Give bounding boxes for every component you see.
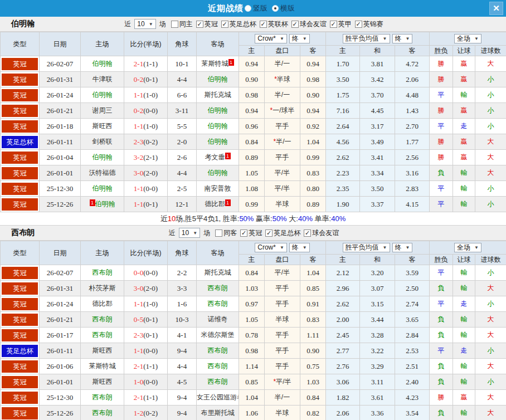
match-date: 26-01-11: [40, 343, 81, 359]
final-odds-dropdown[interactable]: 终▼: [289, 34, 310, 43]
odds-away: 0.98: [300, 72, 326, 87]
dropdown-arrow-icon: ▼: [280, 245, 284, 250]
match-count-dropdown[interactable]: 10▼: [134, 19, 155, 29]
dropdown-arrow-icon: ▼: [406, 36, 410, 41]
handicap: 半/一: [265, 390, 300, 406]
odds-home: 0.96: [239, 119, 265, 134]
match-row: 英冠26-01-17西布朗2-3(0-1)4-1米德尔斯堡0.78平手1.112…: [1, 328, 506, 343]
view-radio-selected[interactable]: [272, 5, 279, 12]
result: 負: [430, 406, 453, 420]
match-date: 26-01-31: [40, 281, 81, 296]
col-header: 客: [300, 255, 326, 265]
odds-home: 1.04: [239, 390, 265, 406]
avg-final-dropdown[interactable]: 终▼: [392, 34, 413, 43]
match-row: 英冠26-01-31朴茨茅斯3-0(2-0)3-3西布朗1.03平手0.852.…: [1, 281, 506, 296]
match-date: 25-12-26: [40, 406, 81, 420]
score: 1-1(0-0): [124, 181, 168, 197]
result: 勝: [430, 134, 453, 150]
avg-home: 2.00: [326, 312, 360, 328]
avg-away: 1.43: [395, 103, 430, 119]
handicap-result: 贏: [453, 390, 475, 406]
handicap: 平手: [265, 343, 300, 359]
check-icon: ✓: [241, 230, 246, 236]
score: 3-0(2-0): [124, 281, 168, 296]
result: 勝: [430, 390, 453, 406]
avg-final-dropdown[interactable]: 终▼: [392, 243, 413, 252]
odds-home: 0.98: [239, 87, 265, 103]
check-icon: ✓: [331, 21, 336, 27]
col-header: 主场: [81, 241, 124, 265]
league-filter-checkbox[interactable]: ✓: [240, 229, 247, 237]
red-card-badge: 1: [225, 153, 231, 159]
handicap-result: 輸: [453, 165, 475, 181]
league-filter-checkbox[interactable]: ✓: [221, 21, 228, 28]
checkbox-label: 英冠: [249, 228, 262, 238]
games-label: 场: [203, 228, 210, 238]
league-filter-checkbox[interactable]: ✓: [260, 21, 267, 28]
goals-over-under: 大: [475, 359, 506, 374]
col-header: 角球: [168, 241, 197, 265]
same-venue-checkbox[interactable]: [171, 21, 178, 28]
summary-segment: 40%: [298, 214, 313, 223]
league-badge: 英冠: [1, 359, 40, 374]
check-icon: ✓: [261, 21, 266, 27]
odds-group-header: 全场▼: [430, 241, 506, 255]
same-venue-checkbox[interactable]: [215, 229, 222, 237]
check-icon: ✓: [305, 230, 310, 236]
summary-row: 近10场,胜5平4负1, 胜率:50% 赢率:50% 大:40% 单率:40%: [0, 212, 506, 226]
scope-dropdown[interactable]: 全场▼: [454, 243, 481, 252]
match-count-dropdown[interactable]: 10▼: [179, 228, 200, 238]
score: 2-1(1-1): [124, 359, 168, 374]
match-row: 英冠26-02-07西布朗0-0(0-0)2-2斯托克城0.84平/半1.042…: [1, 265, 506, 281]
goals-over-under: 大: [475, 328, 506, 343]
avg-away: 4.15: [395, 197, 430, 212]
checkbox-label: 英甲: [338, 19, 352, 29]
match-row: 英冠26-01-01沃特福德3-0(2-0)4-4伯明翰1.05平/半0.832…: [1, 165, 506, 181]
corners: 1-6: [168, 296, 197, 312]
bookmaker-dropdown[interactable]: Crow*▼: [255, 34, 287, 43]
odds-home: 1.08: [239, 181, 265, 197]
league-filter-checkbox[interactable]: ✓: [304, 229, 311, 237]
odds-home: 1.14: [239, 359, 265, 374]
avg-draw: 3.22: [360, 343, 395, 359]
home-team: 西布朗: [81, 328, 124, 343]
corners: 2-5: [168, 181, 197, 197]
view-radio-unselected[interactable]: [245, 5, 251, 12]
final-odds-dropdown[interactable]: 终▼: [289, 243, 310, 252]
home-team: 谢周三: [81, 103, 124, 119]
avg-draw: 3.15: [360, 296, 395, 312]
league-filter-checkbox[interactable]: ✓: [355, 21, 362, 28]
odds-group-header: 胜平负均值▼终▼: [326, 32, 430, 46]
odds-away: 1.04: [300, 265, 326, 281]
results-table: 类型日期主场比分(半场)角球客场Crow*▼终▼胜平负均值▼终▼全场▼主盘口客主…: [0, 32, 506, 212]
away-team: 西布朗: [197, 296, 239, 312]
dropdown-arrow-icon: ▼: [303, 245, 307, 250]
avg-draw: 3.50: [360, 181, 395, 197]
scope-dropdown[interactable]: 全场▼: [454, 34, 481, 43]
col-header: 比分(半场): [124, 32, 168, 56]
goals-over-under: 小: [475, 265, 506, 281]
home-team: 伯明翰: [81, 150, 124, 165]
col-header: 类型: [1, 241, 40, 265]
close-button[interactable]: ✕: [489, 2, 503, 15]
league-filter-checkbox[interactable]: ✓: [291, 21, 299, 28]
league-filter-checkbox[interactable]: ✓: [330, 21, 337, 28]
score: 1-1(1-0): [124, 87, 168, 103]
handicap-result: 輸: [453, 197, 475, 212]
home-team: 牛津联: [81, 72, 124, 87]
odds-away: 0.92: [300, 119, 326, 134]
handicap-result: 輸: [453, 359, 475, 374]
col-header: 客场: [197, 32, 239, 56]
col-header: 主: [239, 255, 265, 265]
bookmaker-dropdown[interactable]: Crow*▼: [255, 243, 287, 252]
avg-odds-dropdown[interactable]: 胜平负均值▼: [343, 34, 390, 43]
league-filter-checkbox[interactable]: ✓: [265, 229, 273, 237]
league-filter-checkbox[interactable]: ✓: [196, 21, 203, 28]
avg-home: 2.35: [326, 181, 360, 197]
home-team: 德比郡: [81, 296, 124, 312]
checkbox-label: 球会友谊: [300, 19, 327, 29]
dropdown-arrow-icon: ▼: [383, 245, 387, 250]
odds-away: 0.94: [300, 56, 326, 72]
corners: 4-4: [168, 72, 197, 87]
avg-odds-dropdown[interactable]: 胜平负均值▼: [343, 243, 390, 252]
